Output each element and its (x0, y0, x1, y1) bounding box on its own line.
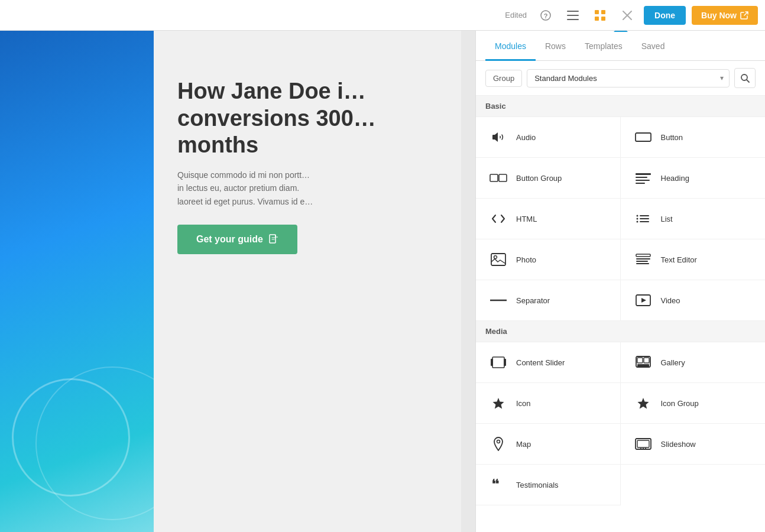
svg-point-45 (497, 440, 500, 443)
module-icon-label: Icon (516, 399, 531, 408)
close-icon (622, 10, 633, 21)
svg-rect-8 (601, 17, 605, 21)
map-pin-icon (488, 433, 509, 455)
svg-rect-42 (637, 364, 649, 367)
grid-icon (594, 9, 606, 21)
module-html-label: HTML (516, 215, 537, 223)
modules-panel: Modules Rows Templates Saved Group Stand… (475, 31, 765, 532)
buy-now-label: Buy Now (701, 11, 737, 20)
media-module-grid: Content Slider Gallery (476, 342, 765, 505)
panel-content[interactable]: Basic Audio Button (476, 96, 765, 532)
svg-rect-37 (491, 359, 493, 366)
svg-point-21 (636, 215, 638, 217)
module-audio[interactable]: Audio (476, 117, 621, 158)
search-button[interactable] (734, 68, 756, 88)
canvas-cta-button[interactable]: Get your guide (177, 225, 297, 254)
svg-rect-40 (637, 358, 643, 363)
search-icon (740, 73, 750, 83)
module-testimonials[interactable]: ❝ Testimonials (476, 465, 621, 505)
module-map-label: Map (516, 440, 531, 449)
section-media-header: Media (476, 321, 765, 342)
module-icon-group[interactable]: Icon Group (621, 383, 766, 424)
module-separator-label: Separator (516, 296, 550, 305)
svg-rect-4 (567, 19, 579, 20)
svg-rect-27 (491, 254, 505, 265)
svg-rect-20 (636, 183, 645, 184)
list-icon (567, 11, 579, 20)
svg-rect-32 (636, 263, 649, 264)
svg-rect-30 (636, 258, 650, 259)
grid-icon-button[interactable] (589, 5, 611, 26)
module-list[interactable]: List (621, 199, 766, 239)
file-icon (269, 234, 278, 245)
svg-rect-2 (567, 11, 579, 12)
heading-icon (633, 167, 654, 189)
svg-rect-29 (636, 254, 650, 257)
tab-saved[interactable]: Saved (632, 31, 675, 61)
module-button-group-label: Button Group (516, 174, 562, 183)
button-icon (633, 126, 654, 148)
module-text-editor-label: Text Editor (661, 255, 697, 264)
basic-module-grid: Audio Button Button G (476, 117, 765, 321)
tab-rows[interactable]: Rows (536, 31, 575, 61)
svg-point-28 (494, 256, 497, 259)
panel-filter-row: Group Standard Modules Advanced Modules … (476, 61, 765, 96)
module-photo-label: Photo (516, 255, 536, 264)
module-slideshow-label: Slideshow (661, 440, 696, 449)
edited-label: Edited (505, 11, 527, 20)
svg-rect-47 (637, 440, 649, 447)
svg-point-23 (636, 218, 638, 220)
module-slideshow[interactable]: Slideshow (621, 424, 766, 465)
module-heading[interactable]: Heading (621, 158, 766, 199)
close-button[interactable] (617, 5, 638, 26)
svg-rect-11 (270, 235, 275, 243)
audio-icon (488, 126, 509, 148)
help-icon: ? (540, 10, 551, 21)
svg-marker-44 (637, 398, 649, 409)
module-icon-group-label: Icon Group (661, 399, 699, 408)
module-video[interactable]: Video (621, 280, 766, 321)
separator-icon (488, 290, 509, 311)
text-editor-icon (633, 249, 654, 270)
module-heading-label: Heading (661, 174, 689, 183)
buy-now-button[interactable]: Buy Now (692, 6, 758, 25)
canvas-cta-label: Get your guide (196, 234, 263, 245)
video-icon (633, 290, 654, 311)
module-button-label: Button (661, 133, 683, 142)
module-button-group[interactable]: Button Group (476, 158, 621, 199)
module-map[interactable]: Map (476, 424, 621, 465)
module-text-editor[interactable]: Text Editor (621, 239, 766, 280)
module-audio-label: Audio (516, 133, 536, 142)
module-type-select[interactable]: Standard Modules Advanced Modules WooCom… (527, 69, 730, 87)
toolbar: Edited ? Done Buy Now (0, 0, 765, 31)
help-icon-button[interactable]: ? (535, 5, 556, 26)
svg-rect-7 (595, 17, 599, 21)
module-select-wrap: Standard Modules Advanced Modules WooCom… (527, 69, 730, 87)
canvas-content: How Jane Doe i…conversions 300…months Qu… (154, 31, 461, 532)
module-button[interactable]: Button (621, 117, 766, 158)
module-html[interactable]: HTML (476, 199, 621, 239)
svg-rect-6 (601, 10, 605, 14)
svg-rect-18 (636, 177, 647, 178)
module-list-label: List (661, 215, 673, 223)
list-icon (633, 208, 654, 229)
svg-point-48 (640, 448, 641, 449)
svg-text:?: ? (544, 12, 548, 19)
done-button[interactable]: Done (644, 6, 686, 25)
svg-point-25 (636, 221, 638, 223)
module-photo[interactable]: Photo (476, 239, 621, 280)
button-group-icon (488, 167, 509, 189)
list-icon-button[interactable] (562, 5, 584, 26)
slideshow-icon (633, 433, 654, 455)
svg-marker-35 (641, 298, 646, 303)
tab-templates[interactable]: Templates (575, 31, 632, 61)
group-filter-button[interactable]: Group (485, 70, 522, 87)
svg-rect-14 (636, 133, 651, 141)
tab-modules[interactable]: Modules (485, 31, 536, 61)
module-separator[interactable]: Separator (476, 280, 621, 321)
icon-group-star-icon (633, 392, 654, 414)
icon-star-icon (488, 392, 509, 414)
module-gallery[interactable]: Gallery (621, 342, 766, 383)
module-icon[interactable]: Icon (476, 383, 621, 424)
module-content-slider[interactable]: Content Slider (476, 342, 621, 383)
